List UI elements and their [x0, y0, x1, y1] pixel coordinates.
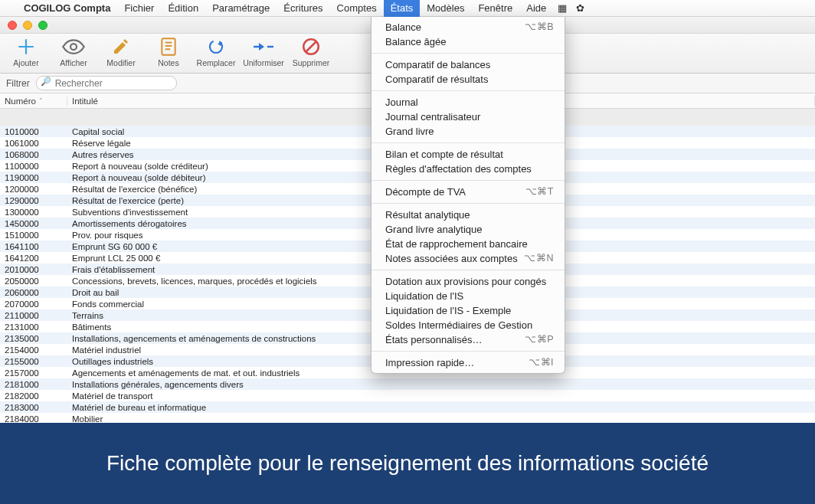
- close-window-button[interactable]: [8, 21, 17, 30]
- menu-item-shortcut: ⌥⌘N: [524, 251, 554, 266]
- menu-item-label: Liquidation de l'IS - Exemple: [385, 305, 511, 316]
- cell-numero: 2154000: [0, 345, 67, 355]
- zoom-window-button[interactable]: [38, 21, 47, 30]
- cell-numero: 1300000: [0, 208, 67, 217]
- menu-item-bilan-et-compte-de-re-sultat[interactable]: Bilan et compte de résultat: [371, 147, 565, 162]
- table-row[interactable]: 2182000Matériel de transport: [0, 390, 815, 401]
- cell-numero: 1641100: [0, 242, 67, 251]
- toolbar-remplacer-label: Remplacer: [197, 58, 236, 67]
- menu-etats[interactable]: États: [384, 0, 421, 17]
- menu-comptes[interactable]: Comptes: [330, 0, 384, 17]
- uniformiser-icon: [252, 35, 275, 58]
- menu-separator: [371, 142, 565, 143]
- menu-parametrage[interactable]: Paramétrage: [205, 0, 277, 17]
- menu-item-shortcut: ⌥⌘B: [525, 20, 554, 34]
- menu-item-comparatif-de-re-sultats[interactable]: Comparatif de résultats: [371, 72, 565, 87]
- menu-separator: [371, 90, 565, 91]
- slide-caption: Fiche complète pour le renseignement des…: [0, 423, 815, 504]
- cell-numero: 1061000: [0, 139, 67, 148]
- cell-numero: 2181000: [0, 380, 67, 389]
- column-header-numero[interactable]: Numéro˄: [0, 97, 67, 106]
- cell-numero: 2155000: [0, 357, 67, 366]
- menu-fenetre[interactable]: Fenêtre: [471, 0, 519, 17]
- toolbar-remplacer-button[interactable]: Remplacer: [195, 35, 237, 67]
- menu-separator: [371, 180, 565, 181]
- menu-item-grand-livre-analytique[interactable]: Grand livre analytique: [371, 222, 565, 237]
- menu-item-de-compte-de-tva[interactable]: Décompte de TVA⌥⌘T: [371, 185, 565, 199]
- menu-item-grand-livre[interactable]: Grand livre: [371, 124, 565, 139]
- menu-modeles[interactable]: Modèles: [420, 0, 471, 17]
- menu-item-notes-associe-es-aux-comptes[interactable]: Notes associées aux comptes⌥⌘N: [371, 251, 565, 266]
- menu-item-shortcut: ⌥⌘P: [525, 332, 554, 347]
- modifier-icon: [110, 35, 133, 58]
- menu-ecritures[interactable]: Écritures: [277, 0, 329, 17]
- menu-fichier[interactable]: Fichier: [117, 0, 161, 17]
- menu-aide[interactable]: Aide: [519, 0, 553, 17]
- menu-item-label: Journal: [385, 97, 418, 108]
- svg-point-0: [70, 44, 77, 50]
- menu-item-journal[interactable]: Journal: [371, 95, 565, 110]
- menu-item-label: Comparatif de balances: [385, 59, 490, 70]
- menu-item-liquidation-de-l-is[interactable]: Liquidation de l'IS: [371, 289, 565, 303]
- minimize-window-button[interactable]: [23, 21, 32, 30]
- cell-numero: 1100000: [0, 162, 67, 171]
- cell-numero: 2184000: [0, 414, 67, 424]
- table-row[interactable]: 2181000Installations générales, agenceme…: [0, 378, 815, 390]
- menu-item-label: État de rapprochement bancaire: [385, 238, 528, 250]
- menu-item-e-tat-de-rapprochement-bancaire[interactable]: État de rapprochement bancaire: [371, 237, 565, 251]
- toolbar-afficher-button[interactable]: Afficher: [52, 35, 95, 67]
- toolbar-uniformiser-label: Uniformiser: [243, 58, 284, 67]
- menu-item-liquidation-de-l-is-exemple[interactable]: Liquidation de l'IS - Exemple: [371, 303, 565, 318]
- search-input[interactable]: [36, 76, 177, 90]
- menu-item-balance[interactable]: Balance⌥⌘B: [371, 20, 565, 34]
- cell-numero: 2070000: [0, 299, 67, 309]
- toolbar-afficher-label: Afficher: [60, 58, 87, 67]
- menu-item-shortcut: ⌥⌘T: [525, 185, 554, 199]
- menu-item-comparatif-de-balances[interactable]: Comparatif de balances: [371, 57, 565, 72]
- menu-item-label: Soldes Intermédiaires de Gestion: [385, 319, 532, 331]
- cell-intitule: Mobilier: [67, 414, 815, 424]
- cell-numero: 2050000: [0, 277, 67, 286]
- toolbar-uniformiser-button[interactable]: Uniformiser: [242, 35, 285, 67]
- remplacer-icon: [205, 35, 227, 58]
- menu-item-e-tats-personnalise-s[interactable]: États personnalisés…⌥⌘P: [371, 332, 565, 347]
- menu-item-impression-rapide[interactable]: Impression rapide…⌥⌘I: [371, 355, 565, 370]
- menu-item-re-gles-d-affectation-des-comptes[interactable]: Règles d'affectation des comptes: [371, 162, 565, 176]
- toolbar-notes-button[interactable]: Notes: [147, 35, 190, 67]
- menu-item-label: États personnalisés…: [385, 334, 482, 345]
- menu-item-label: Grand livre: [385, 126, 434, 137]
- table-row[interactable]: 2183000Matériel de bureau et informatiqu…: [0, 401, 815, 413]
- cell-intitule: Matériel de transport: [67, 391, 815, 401]
- cell-numero: 1200000: [0, 185, 67, 194]
- menu-item-label: Comparatif de résultats: [385, 74, 488, 85]
- toolbar-notes-label: Notes: [158, 58, 178, 67]
- menu-separator: [371, 351, 565, 352]
- menu-item-re-sultat-analytique[interactable]: Résultat analytique: [371, 208, 565, 222]
- gear-icon[interactable]: ✿: [571, 2, 589, 14]
- menu-separator: [371, 53, 565, 54]
- menu-item-label: Bilan et compte de résultat: [385, 149, 503, 160]
- menu-item-label: Impression rapide…: [385, 357, 474, 368]
- cell-numero: 1290000: [0, 196, 67, 205]
- menu-item-label: Grand livre analytique: [385, 224, 482, 235]
- cell-numero: 1450000: [0, 219, 67, 228]
- toolbar-modifier-button[interactable]: Modifier: [100, 35, 142, 67]
- svg-rect-1: [162, 38, 175, 55]
- calendar-icon[interactable]: ▦: [553, 2, 571, 14]
- menu-item-balance-a-ge-e[interactable]: Balance âgée: [371, 34, 565, 49]
- toolbar-ajouter-label: Ajouter: [13, 58, 38, 67]
- cell-numero: 2183000: [0, 403, 67, 412]
- menu-item-soldes-interme-diaires-de-gestion[interactable]: Soldes Intermédiaires de Gestion: [371, 318, 565, 332]
- cell-numero: 1190000: [0, 173, 67, 182]
- cell-numero: 2157000: [0, 368, 67, 378]
- filter-label: Filtrer: [6, 78, 30, 89]
- menu-item-journal-centralisateur[interactable]: Journal centralisateur: [371, 110, 565, 124]
- afficher-icon: [62, 35, 85, 58]
- cell-numero: 2060000: [0, 288, 67, 297]
- app-name[interactable]: COGILOG Compta: [17, 2, 117, 14]
- menu-item-dotation-aux-provisions-pour-conge-s[interactable]: Dotation aux provisions pour congés: [371, 274, 565, 289]
- toolbar-supprimer-button[interactable]: Supprimer: [290, 35, 332, 67]
- menu-edition[interactable]: Édition: [161, 0, 205, 17]
- ajouter-icon: [15, 35, 38, 58]
- toolbar-ajouter-button[interactable]: Ajouter: [5, 35, 47, 67]
